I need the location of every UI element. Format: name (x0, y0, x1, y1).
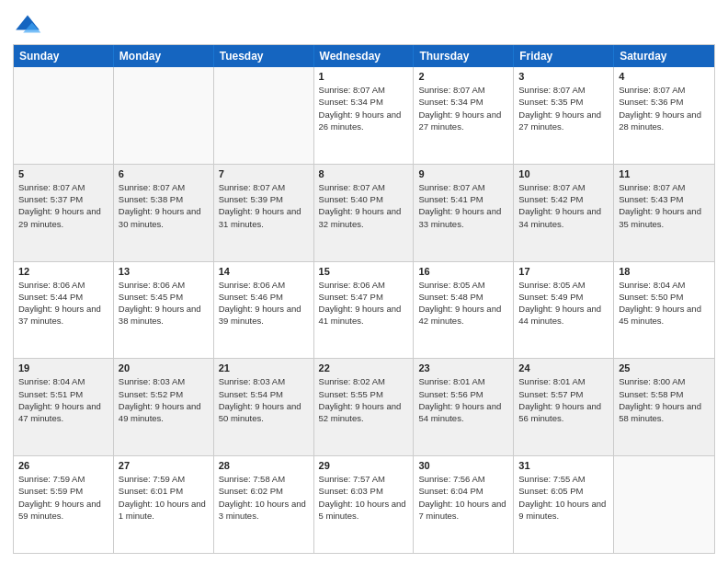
cell-info: Sunrise: 8:06 AM Sunset: 5:47 PM Dayligh… (319, 279, 409, 327)
cell-day-number: 7 (219, 168, 309, 179)
header-cell-wednesday: Wednesday (314, 45, 415, 67)
cell-info: Sunrise: 8:03 AM Sunset: 5:54 PM Dayligh… (219, 375, 309, 424)
cell-day-number: 9 (418, 168, 508, 179)
cell-day-number: 20 (119, 362, 209, 373)
calendar-cell: 15Sunrise: 8:06 AM Sunset: 5:47 PM Dayli… (314, 262, 415, 359)
cell-info: Sunrise: 8:06 AM Sunset: 5:44 PM Dayligh… (18, 279, 108, 327)
calendar-cell: 21Sunrise: 8:03 AM Sunset: 5:54 PM Dayli… (214, 359, 314, 455)
cell-day-number: 3 (518, 71, 609, 82)
cell-day-number: 2 (418, 71, 508, 82)
cell-info: Sunrise: 8:00 AM Sunset: 5:58 PM Dayligh… (619, 375, 710, 424)
cell-info: Sunrise: 8:07 AM Sunset: 5:42 PM Dayligh… (518, 181, 609, 230)
cell-day-number: 23 (418, 362, 508, 373)
calendar-cell: 4Sunrise: 8:07 AM Sunset: 5:36 PM Daylig… (614, 67, 714, 164)
cell-info: Sunrise: 8:05 AM Sunset: 5:49 PM Dayligh… (518, 279, 609, 327)
calendar-cell: 25Sunrise: 8:00 AM Sunset: 5:58 PM Dayli… (614, 359, 714, 455)
cell-day-number: 27 (119, 460, 209, 471)
calendar-cell: 10Sunrise: 8:07 AM Sunset: 5:42 PM Dayli… (514, 165, 614, 261)
cell-info: Sunrise: 8:02 AM Sunset: 5:55 PM Dayligh… (319, 375, 409, 424)
calendar-cell: 5Sunrise: 8:07 AM Sunset: 5:37 PM Daylig… (14, 165, 114, 261)
calendar-cell: 12Sunrise: 8:06 AM Sunset: 5:44 PM Dayli… (14, 262, 114, 359)
cell-info: Sunrise: 8:07 AM Sunset: 5:40 PM Dayligh… (319, 181, 409, 230)
calendar-cell: 7Sunrise: 8:07 AM Sunset: 5:39 PM Daylig… (214, 165, 314, 261)
calendar-cell: 26Sunrise: 7:59 AM Sunset: 5:59 PM Dayli… (14, 456, 114, 553)
cell-info: Sunrise: 8:07 AM Sunset: 5:36 PM Dayligh… (619, 84, 710, 132)
cell-day-number: 29 (319, 460, 409, 471)
cell-day-number: 22 (319, 362, 409, 373)
header-cell-saturday: Saturday (614, 45, 714, 67)
cell-info: Sunrise: 8:07 AM Sunset: 5:41 PM Dayligh… (418, 181, 508, 230)
calendar-cell: 8Sunrise: 8:07 AM Sunset: 5:40 PM Daylig… (314, 165, 415, 261)
calendar-row-3: 12Sunrise: 8:06 AM Sunset: 5:44 PM Dayli… (14, 261, 714, 359)
cell-info: Sunrise: 8:04 AM Sunset: 5:51 PM Dayligh… (18, 375, 108, 424)
cell-day-number: 8 (319, 168, 409, 179)
calendar-cell: 9Sunrise: 8:07 AM Sunset: 5:41 PM Daylig… (414, 165, 514, 261)
calendar-cell: 11Sunrise: 8:07 AM Sunset: 5:43 PM Dayli… (614, 165, 714, 261)
calendar-cell: 31Sunrise: 7:55 AM Sunset: 6:05 PM Dayli… (514, 456, 614, 553)
calendar-cell: 29Sunrise: 7:57 AM Sunset: 6:03 PM Dayli… (314, 456, 415, 553)
page: SundayMondayTuesdayWednesdayThursdayFrid… (0, 0, 728, 563)
cell-info: Sunrise: 8:07 AM Sunset: 5:43 PM Dayligh… (619, 181, 710, 230)
calendar-cell: 6Sunrise: 8:07 AM Sunset: 5:38 PM Daylig… (114, 165, 214, 261)
calendar-cell: 2Sunrise: 8:07 AM Sunset: 5:34 PM Daylig… (414, 67, 514, 164)
calendar-body: 1Sunrise: 8:07 AM Sunset: 5:34 PM Daylig… (14, 67, 714, 553)
calendar-cell: 30Sunrise: 7:56 AM Sunset: 6:04 PM Dayli… (414, 456, 514, 553)
cell-info: Sunrise: 8:07 AM Sunset: 5:37 PM Dayligh… (18, 181, 108, 230)
cell-info: Sunrise: 7:57 AM Sunset: 6:03 PM Dayligh… (319, 473, 409, 522)
cell-day-number: 31 (518, 460, 609, 471)
calendar-cell: 18Sunrise: 8:04 AM Sunset: 5:50 PM Dayli… (614, 262, 714, 359)
cell-day-number: 14 (219, 266, 309, 277)
cell-day-number: 30 (418, 460, 508, 471)
header-cell-thursday: Thursday (414, 45, 514, 67)
cell-info: Sunrise: 8:03 AM Sunset: 5:52 PM Dayligh… (119, 375, 209, 424)
cell-info: Sunrise: 8:07 AM Sunset: 5:34 PM Dayligh… (319, 84, 409, 132)
cell-day-number: 17 (518, 266, 609, 277)
cell-info: Sunrise: 8:01 AM Sunset: 5:56 PM Dayligh… (418, 375, 508, 424)
cell-info: Sunrise: 8:06 AM Sunset: 5:45 PM Dayligh… (119, 279, 209, 327)
calendar: SundayMondayTuesdayWednesdayThursdayFrid… (13, 44, 715, 554)
calendar-cell (14, 67, 114, 164)
calendar-cell (614, 456, 714, 553)
header-cell-sunday: Sunday (14, 45, 114, 67)
calendar-cell: 20Sunrise: 8:03 AM Sunset: 5:52 PM Dayli… (114, 359, 214, 455)
cell-day-number: 11 (619, 168, 710, 179)
calendar-cell (214, 67, 314, 164)
calendar-row-1: 1Sunrise: 8:07 AM Sunset: 5:34 PM Daylig… (14, 67, 714, 164)
calendar-cell: 19Sunrise: 8:04 AM Sunset: 5:51 PM Dayli… (14, 359, 114, 455)
cell-day-number: 16 (418, 266, 508, 277)
cell-info: Sunrise: 8:07 AM Sunset: 5:35 PM Dayligh… (518, 84, 609, 132)
logo-icon (13, 9, 42, 39)
cell-day-number: 5 (18, 168, 108, 179)
header-cell-monday: Monday (114, 45, 214, 67)
cell-day-number: 18 (619, 266, 710, 277)
cell-info: Sunrise: 8:07 AM Sunset: 5:39 PM Dayligh… (219, 181, 309, 230)
calendar-cell: 22Sunrise: 8:02 AM Sunset: 5:55 PM Dayli… (314, 359, 415, 455)
calendar-cell: 16Sunrise: 8:05 AM Sunset: 5:48 PM Dayli… (414, 262, 514, 359)
cell-day-number: 21 (219, 362, 309, 373)
header-cell-tuesday: Tuesday (214, 45, 314, 67)
cell-info: Sunrise: 7:55 AM Sunset: 6:05 PM Dayligh… (518, 473, 609, 522)
cell-day-number: 25 (619, 362, 710, 373)
calendar-cell: 14Sunrise: 8:06 AM Sunset: 5:46 PM Dayli… (214, 262, 314, 359)
cell-day-number: 12 (18, 266, 108, 277)
cell-day-number: 4 (619, 71, 710, 82)
cell-day-number: 26 (18, 460, 108, 471)
calendar-row-5: 26Sunrise: 7:59 AM Sunset: 5:59 PM Dayli… (14, 455, 714, 553)
logo (13, 9, 44, 39)
cell-day-number: 15 (319, 266, 409, 277)
calendar-cell (114, 67, 214, 164)
calendar-cell: 1Sunrise: 8:07 AM Sunset: 5:34 PM Daylig… (314, 67, 415, 164)
calendar-cell: 27Sunrise: 7:59 AM Sunset: 6:01 PM Dayli… (114, 456, 214, 553)
cell-day-number: 13 (119, 266, 209, 277)
cell-info: Sunrise: 7:56 AM Sunset: 6:04 PM Dayligh… (418, 473, 508, 522)
cell-day-number: 19 (18, 362, 108, 373)
cell-day-number: 10 (518, 168, 609, 179)
calendar-cell: 23Sunrise: 8:01 AM Sunset: 5:56 PM Dayli… (414, 359, 514, 455)
cell-info: Sunrise: 8:01 AM Sunset: 5:57 PM Dayligh… (518, 375, 609, 424)
cell-info: Sunrise: 8:07 AM Sunset: 5:34 PM Dayligh… (418, 84, 508, 132)
calendar-cell: 24Sunrise: 8:01 AM Sunset: 5:57 PM Dayli… (514, 359, 614, 455)
calendar-row-2: 5Sunrise: 8:07 AM Sunset: 5:37 PM Daylig… (14, 164, 714, 261)
cell-info: Sunrise: 8:07 AM Sunset: 5:38 PM Dayligh… (119, 181, 209, 230)
cell-info: Sunrise: 8:06 AM Sunset: 5:46 PM Dayligh… (219, 279, 309, 327)
calendar-row-4: 19Sunrise: 8:04 AM Sunset: 5:51 PM Dayli… (14, 358, 714, 455)
